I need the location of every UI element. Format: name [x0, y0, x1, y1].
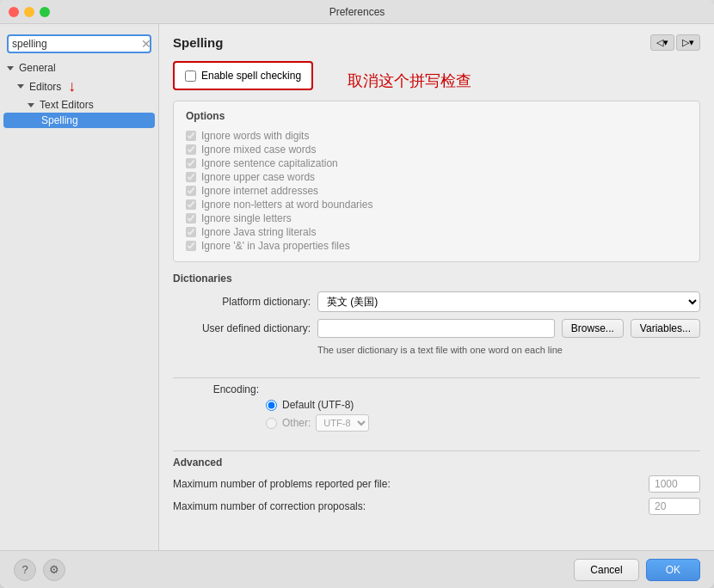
option-checkbox[interactable] [186, 199, 196, 210]
variables-button[interactable]: Variables... [631, 319, 700, 338]
divider2 [173, 450, 700, 451]
annotation-text: 取消这个拼写检查 [348, 70, 471, 91]
footer-left: ? ⚙ [14, 559, 65, 581]
advanced-label: Advanced [173, 456, 700, 469]
nav-prev-button[interactable]: ◁▾ [650, 34, 674, 51]
option-item: Ignore words with digits [186, 129, 687, 143]
sidebar-item-label: General [19, 62, 56, 74]
option-checkbox[interactable] [186, 158, 196, 168]
arrow-down-icon [7, 66, 14, 70]
minimize-button[interactable] [24, 7, 34, 17]
encoding-default-label[interactable]: Default (UTF-8) [282, 399, 354, 411]
preferences-window: Preferences ✕ General Editors ↓ Text Edi… [0, 0, 714, 588]
sidebar-item-editors[interactable]: Editors ↓ [0, 76, 158, 97]
nav-arrows: ◁▾ ▷▾ [650, 34, 700, 51]
content-area: ✕ General Editors ↓ Text Editors Spellin… [0, 24, 714, 550]
option-label: Ignore '&' in Java properties files [201, 240, 350, 252]
max-corrections-row: Maximum number of correction proposals: [173, 498, 700, 515]
encoding-section: Encoding: Default (UTF-8) Other: UTF-8 [173, 383, 700, 435]
option-item: Ignore single letters [186, 211, 687, 225]
advanced-section: Advanced Maximum number of problems repo… [173, 456, 700, 520]
footer: ? ⚙ Cancel OK [0, 550, 714, 588]
encoding-label-row: Encoding: [173, 383, 700, 395]
sidebar-item-spelling[interactable]: Spelling [3, 113, 155, 128]
dict-hint: The user dictionary is a text file with … [317, 345, 700, 355]
spell-check-section: Enable spell checking [173, 61, 313, 90]
option-item: Ignore internet addresses [186, 184, 687, 198]
option-checkbox[interactable] [186, 131, 196, 141]
sidebar-item-text-editors[interactable]: Text Editors [0, 97, 158, 113]
help-button[interactable]: ? [14, 559, 36, 581]
spell-check-row: Enable spell checking 取消这个拼写检查 [173, 61, 700, 101]
option-checkbox[interactable] [186, 213, 196, 224]
search-input[interactable] [12, 38, 141, 50]
encoding-other-select[interactable]: UTF-8 [316, 414, 369, 432]
search-box[interactable]: ✕ [7, 34, 151, 53]
encoding-default-radio[interactable] [266, 400, 277, 411]
max-corrections-input[interactable] [649, 498, 700, 515]
max-corrections-label: Maximum number of correction proposals: [173, 500, 642, 512]
options-section: Options Ignore words with digitsIgnore m… [173, 101, 700, 262]
encoding-label: Encoding: [173, 383, 259, 395]
user-dict-label: User defined dictionary: [173, 322, 311, 334]
dictionaries-label: Dictionaries [173, 273, 700, 285]
option-item: Ignore Java string literals [186, 225, 687, 239]
option-checkbox[interactable] [186, 227, 196, 237]
platform-dict-select[interactable]: 英文 (美国) [317, 291, 700, 312]
settings-button[interactable]: ⚙ [43, 559, 65, 581]
options-label: Options [186, 110, 687, 122]
sidebar: ✕ General Editors ↓ Text Editors Spellin… [0, 24, 159, 550]
cancel-button[interactable]: Cancel [574, 559, 638, 581]
ok-button[interactable]: OK [646, 559, 700, 581]
annotation-arrow-icon: ↓ [68, 77, 76, 95]
window-title: Preferences [329, 6, 385, 18]
platform-dict-label: Platform dictionary: [173, 296, 311, 308]
max-problems-input[interactable] [649, 475, 700, 493]
encoding-default-row: Default (UTF-8) [266, 399, 700, 411]
option-item: Ignore sentence capitalization [186, 156, 687, 170]
panel-title: Spelling [173, 35, 223, 50]
sidebar-item-label: Text Editors [40, 99, 94, 111]
option-checkbox[interactable] [186, 144, 196, 155]
option-item: Ignore upper case words [186, 170, 687, 184]
option-checkbox[interactable] [186, 186, 196, 196]
enable-spell-check-label[interactable]: Enable spell checking [201, 70, 301, 82]
encoding-other-label[interactable]: Other: [282, 417, 311, 429]
option-item: Ignore mixed case words [186, 143, 687, 156]
options-list: Ignore words with digitsIgnore mixed cas… [186, 129, 687, 253]
main-panel: Spelling ◁▾ ▷▾ Enable spell checking 取消这… [159, 24, 714, 550]
nav-next-button[interactable]: ▷▾ [676, 34, 700, 51]
panel-header: Spelling ◁▾ ▷▾ [173, 34, 700, 51]
max-problems-label: Maximum number of problems reported per … [173, 478, 642, 490]
help-icon: ? [22, 563, 28, 576]
option-checkbox[interactable] [186, 172, 196, 182]
search-clear-icon[interactable]: ✕ [141, 38, 151, 50]
option-item: Ignore '&' in Java properties files [186, 239, 687, 253]
option-label: Ignore non-letters at word boundaries [201, 199, 372, 211]
dictionaries-section: Dictionaries Platform dictionary: 英文 (美国… [173, 273, 700, 362]
option-label: Ignore mixed case words [201, 144, 316, 156]
titlebar: Preferences [0, 0, 714, 24]
enable-spell-check-checkbox[interactable] [185, 70, 196, 82]
option-label: Ignore Java string literals [201, 226, 316, 238]
platform-dict-row: Platform dictionary: 英文 (美国) [173, 291, 700, 312]
max-problems-row: Maximum number of problems reported per … [173, 475, 700, 493]
encoding-other-row: Other: UTF-8 [266, 414, 700, 432]
sidebar-item-label: Editors [29, 81, 61, 93]
settings-icon: ⚙ [49, 563, 59, 576]
maximize-button[interactable] [40, 7, 50, 17]
close-button[interactable] [9, 7, 19, 17]
encoding-other-radio[interactable] [266, 418, 277, 429]
option-label: Ignore words with digits [201, 130, 309, 142]
divider [173, 377, 700, 378]
user-dict-input[interactable] [317, 319, 555, 338]
titlebar-buttons [9, 7, 50, 17]
arrow-down-icon [28, 103, 34, 107]
option-item: Ignore non-letters at word boundaries [186, 198, 687, 211]
browse-button[interactable]: Browse... [562, 319, 624, 338]
sidebar-item-general[interactable]: General [0, 60, 158, 76]
option-label: Ignore internet addresses [201, 185, 318, 197]
arrow-down-icon [17, 84, 24, 89]
footer-right: Cancel OK [574, 559, 700, 581]
option-checkbox[interactable] [186, 241, 196, 251]
